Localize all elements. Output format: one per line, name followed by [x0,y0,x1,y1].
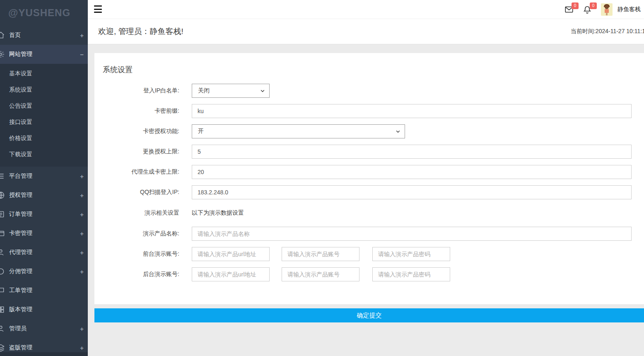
sidebar-item-label: 授权管理 [9,191,32,199]
sidebar-item-label: 卡密管理 [9,230,32,237]
card-auth-feature-select[interactable]: 开 [192,124,405,138]
select-value: 开 [198,128,204,135]
sidebar-item-label: 工单管理 [9,287,32,294]
frontend-demo-url-input[interactable] [192,247,270,261]
sidebar-item-agent-management[interactable]: 代理管理 + [0,243,88,262]
form-row-login-ip-whitelist: 登入IP白名单: 关闭 [103,84,632,98]
form-row-card-prefix: 卡密前缀: [103,104,632,118]
main-area: 0 0 静鱼客栈 欢迎, 管理员：静鱼客栈! 当前时间:2024-11-27 1… [88,0,644,356]
sidebar-item-website-management[interactable]: 网站管理 − [0,45,88,64]
frontend-demo-password-input[interactable] [372,247,450,261]
login-ip-whitelist-select[interactable]: 关闭 [192,84,270,98]
app-logo: @YUSHENG [0,0,88,26]
content-area: 系统设置 登入IP白名单: 关闭 卡密前缀: 卡密授权功能: 开 [88,45,644,356]
sidebar-item-label: 订单管理 [9,211,32,218]
backend-demo-account-input[interactable] [282,267,359,281]
expand-plus-icon[interactable]: + [80,325,84,332]
expand-plus-icon[interactable]: + [80,192,84,199]
sidebar-item-label: 分佣管理 [9,268,32,275]
messages-button[interactable]: 0 [564,4,575,15]
form-row-change-auth-limit: 更换授权上限: [103,145,632,159]
sidebar-item-administrators[interactable]: 管理员 + [0,319,88,338]
submenu-item-basic-settings[interactable]: 基本设置 [0,65,88,82]
submenu-label: 接口设置 [9,119,32,126]
demo-product-name-input[interactable] [192,227,632,241]
frontend-demo-account-input[interactable] [282,247,359,261]
expand-plus-icon[interactable]: + [80,230,84,237]
expand-plus-icon[interactable]: + [80,211,84,218]
expand-plus-icon[interactable]: + [80,344,84,351]
sidebar-item-home[interactable]: 首页 + [0,26,88,45]
circle-icon [0,267,5,276]
sidebar-item-ticket-management[interactable]: 工单管理 [0,281,88,300]
submenu-label: 公告设置 [9,102,32,110]
field-label: 更换授权上限: [103,148,192,155]
sidebar: @YUSHENG /* placeholder to keep structur… [0,0,88,356]
admin-user-icon [0,325,5,333]
home-icon [0,31,5,39]
grid-icon [0,305,5,314]
expand-plus-icon[interactable]: + [80,173,84,180]
order-form-icon [0,210,5,218]
user-avatar[interactable] [601,3,613,16]
backend-demo-url-input[interactable] [192,267,270,281]
sidebar-item-authorization-management[interactable]: 授权管理 + [0,186,88,205]
hamburger-menu-icon[interactable] [94,5,102,13]
submit-button[interactable]: 确定提交 [94,308,644,322]
gear-icon [0,50,5,58]
form-row-qq-scan-ip: QQ扫描登入IP: [103,185,632,199]
sidebar-item-label: 网站管理 [9,51,32,58]
submenu-label: 下载设置 [9,151,32,158]
sidebar-item-label: 首页 [9,31,21,39]
sidebar-item-order-management[interactable]: 订单管理 + [0,205,88,224]
backend-demo-password-input[interactable] [372,267,450,281]
qq-scan-ip-input[interactable] [192,185,632,199]
submenu-label: 系统设置 [9,86,32,94]
field-label: 卡密授权功能: [103,128,192,135]
notifications-count-badge: 0 [590,2,597,9]
expand-plus-icon[interactable]: + [80,32,84,39]
agent-user-icon [0,248,5,257]
expand-plus-icon[interactable]: + [80,249,84,256]
website-management-submenu: 基本设置 系统设置 公告设置 接口设置 价格设置 下载设置 [0,64,88,167]
panel-title: 系统设置 [103,65,632,75]
form-row-backend-demo-account: 后台演示账号: [103,267,632,281]
chevron-down-icon [260,88,265,93]
sidebar-item-version-management[interactable]: 版本管理 [0,300,88,319]
list-icon [0,172,5,180]
sidebar-item-commission-management[interactable]: 分佣管理 + [0,262,88,281]
submenu-item-download-settings[interactable]: 下载设置 [0,146,88,162]
field-label: 前台演示账号: [103,250,192,258]
notifications-button[interactable]: 0 [583,4,593,15]
sidebar-bottom-strip [0,352,88,356]
sidebar-item-platform-management[interactable]: 平台管理 + [0,167,88,186]
field-label: QQ扫描登入IP: [103,189,192,196]
form-row-demo-settings-note: 演示相关设置 以下为演示数据设置 [103,209,632,217]
agent-card-limit-input[interactable] [192,165,632,179]
change-auth-limit-input[interactable] [192,145,632,159]
collapse-minus-icon[interactable]: − [80,51,84,58]
demo-settings-note: 以下为演示数据设置 [192,209,244,217]
field-label: 演示相关设置 [103,209,192,217]
card-prefix-input[interactable] [192,104,632,118]
current-time: 当前时间:2024-11-27 10:11:1 [571,28,644,35]
select-value: 关闭 [198,87,210,94]
topbar-right: 0 0 静鱼客栈 [564,0,641,19]
comment-icon [0,286,5,295]
field-label: 代理生成卡密上限: [103,168,192,176]
sidebar-item-label: 平台管理 [9,172,32,180]
submenu-item-system-settings[interactable]: 系统设置 [0,82,88,98]
submenu-label: 价格设置 [9,135,32,142]
submenu-item-announcement-settings[interactable]: 公告设置 [0,98,88,114]
form-row-frontend-demo-account: 前台演示账号: [103,247,632,261]
username[interactable]: 静鱼客栈 [617,6,641,13]
sidebar-item-card-key-management[interactable]: 卡密管理 + [0,224,88,243]
submenu-item-api-settings[interactable]: 接口设置 [0,114,88,130]
expand-plus-icon[interactable]: + [80,268,84,275]
submenu-item-price-settings[interactable]: 价格设置 [0,130,88,146]
form-row-demo-product-name: 演示产品名称: [103,227,632,241]
top-navbar: 0 0 静鱼客栈 [88,0,644,19]
field-label: 卡密前缀: [103,107,192,115]
sidebar-item-label: 版本管理 [9,306,32,313]
system-settings-panel: 系统设置 登入IP白名单: 关闭 卡密前缀: 卡密授权功能: 开 [94,53,644,304]
